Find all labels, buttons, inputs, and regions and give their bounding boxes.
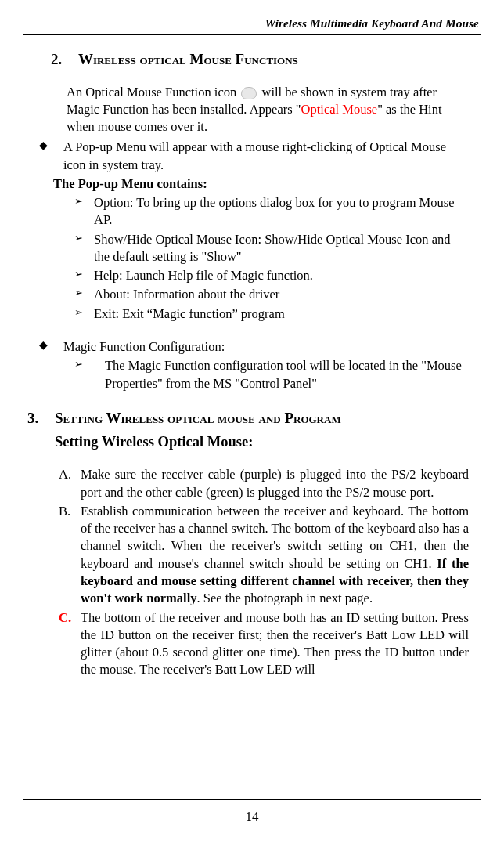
section-3-subtitle: Setting Wireless Optical Mouse: (55, 432, 481, 452)
lettered-item-c: C. The bottom of the receiver and mouse … (59, 609, 469, 679)
header-title: Wireless Multimedia Keyboard And Mouse (265, 16, 479, 30)
arrow-text: Help: Launch Help file of Magic function… (94, 267, 469, 284)
arrow-item: ➢ Exit: Exit “Magic function” program (74, 305, 469, 323)
header-divider (23, 34, 481, 35)
arrow-text: Show/Hide Optical Mouse Icon: Show/Hide … (94, 231, 469, 266)
section-2-intro: An Optical Mouse Function icon will be s… (67, 84, 469, 136)
letter-b-text: Establish communication between the rece… (81, 503, 469, 608)
arrow-text: Exit: Exit “Magic function” program (94, 305, 469, 323)
section-3-title: Setting Wireless optical mouse and Progr… (55, 410, 341, 426)
section-2-number: 2. (51, 51, 62, 67)
letter-c-text: The bottom of the receiver and mouse bot… (81, 609, 469, 679)
lettered-item-b: B. Establish communication between the r… (59, 503, 469, 608)
diamond-bullet-icon: ◆ (39, 338, 48, 356)
arrow-text: Option: To bring up the options dialog b… (94, 194, 469, 229)
page-number: 14 (23, 808, 481, 826)
diamond-bullet-icon: ◆ (39, 139, 48, 174)
arrow-item: ➢ Help: Launch Help file of Magic functi… (74, 267, 469, 284)
arrow-item: ➢ The Magic Function configuration tool … (74, 357, 469, 392)
section-3-number: 3. (27, 410, 38, 426)
diamond-1-text: A Pop-up Menu will appear with a mouse r… (63, 139, 469, 174)
lettered-item-a: A. Make sure the receiver cable (purple)… (59, 466, 469, 501)
arrow-bullet-icon: ➢ (74, 267, 83, 284)
footer-divider (23, 799, 481, 800)
section-2-heading: 2. Wireless optical Mouse Functions (51, 49, 481, 70)
letter-a-label: A. (59, 466, 81, 501)
section-3-heading: 3. Setting Wireless optical mouse and Pr… (27, 408, 481, 428)
letter-c-label: C. (59, 609, 81, 679)
letter-b-post: . See the photograph in next page. (197, 591, 373, 605)
arrow-bullet-icon: ➢ (74, 286, 83, 303)
arrow-text: The Magic Function configuration tool wi… (105, 357, 469, 392)
arrow-bullet-icon: ➢ (74, 357, 83, 392)
arrow-bullet-icon: ➢ (74, 231, 83, 266)
arrow-bullet-icon: ➢ (74, 194, 83, 229)
arrow-item: ➢ About: Information about the driver (74, 286, 469, 303)
page-footer: 14 (23, 799, 481, 826)
page-header: Wireless Multimedia Keyboard And Mouse (23, 16, 481, 32)
diamond-item-2: ◆ Magic Function Configuration: (39, 338, 469, 356)
letter-b-pre: Establish communication between the rece… (81, 504, 469, 571)
popup-menu-heading: The Pop-up Menu contains: (53, 175, 481, 193)
arrow-text: About: Information about the driver (94, 286, 469, 303)
letter-a-text: Make sure the receiver cable (purple) is… (81, 466, 469, 501)
intro-text-pre: An Optical Mouse Function icon (67, 85, 239, 99)
mouse-icon (241, 87, 257, 99)
arrow-bullet-icon: ➢ (74, 305, 83, 323)
letter-b-label: B. (59, 503, 81, 608)
diamond-item-1: ◆ A Pop-up Menu will appear with a mouse… (39, 139, 469, 174)
arrow-item: ➢ Show/Hide Optical Mouse Icon: Show/Hid… (74, 231, 469, 266)
arrow-item: ➢ Option: To bring up the options dialog… (74, 194, 469, 229)
section-2-title: Wireless optical Mouse Functions (78, 51, 298, 67)
intro-red-text: Optical Mouse (301, 102, 378, 117)
diamond-2-text: Magic Function Configuration: (63, 338, 469, 356)
